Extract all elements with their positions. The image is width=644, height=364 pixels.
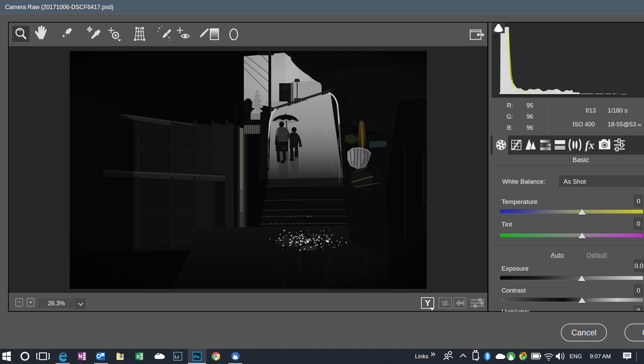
svg-text:Links: Links xyxy=(415,353,428,360)
svg-text:Lr: Lr xyxy=(175,354,179,359)
svg-text:ENG: ENG xyxy=(570,353,582,360)
svg-text:N: N xyxy=(78,354,83,359)
svg-text:fx: fx xyxy=(585,139,594,151)
svg-text:9:07 AM: 9:07 AM xyxy=(590,353,611,360)
svg-text:X: X xyxy=(136,354,140,359)
svg-text:Ps: Ps xyxy=(194,354,199,359)
